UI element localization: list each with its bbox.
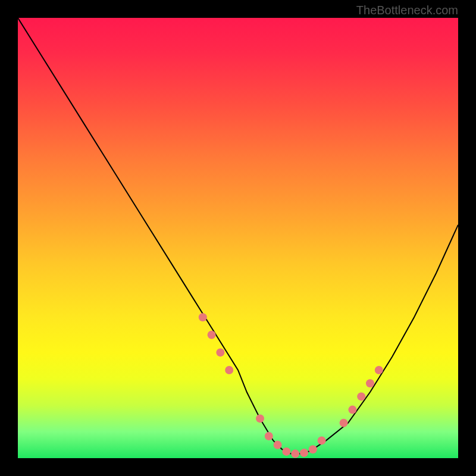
marker-point [256, 414, 264, 422]
marker-point [340, 419, 348, 427]
watermark-text: TheBottleneck.com [356, 4, 458, 17]
marker-point [375, 366, 383, 374]
marker-point [357, 392, 365, 400]
marker-point [291, 450, 299, 458]
marker-point [366, 379, 374, 387]
marker-point [274, 441, 282, 449]
marker-point [225, 366, 233, 374]
marker-point [309, 445, 317, 453]
marker-point [208, 331, 216, 339]
marker-point [216, 348, 224, 356]
marker-point [282, 447, 290, 456]
marker-point [199, 313, 207, 321]
marker-point [318, 436, 326, 444]
marker-point [265, 432, 273, 440]
curve-line [18, 18, 458, 454]
marker-point [348, 406, 356, 414]
chart-container: TheBottleneck.com [0, 0, 476, 476]
plot-area [18, 18, 458, 458]
marker-point [300, 449, 308, 457]
bottleneck-curve [18, 18, 458, 458]
